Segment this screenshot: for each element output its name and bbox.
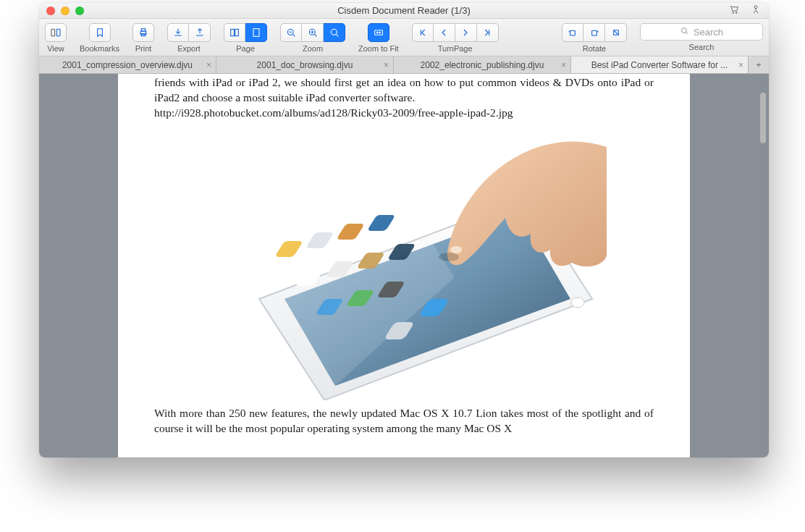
search-input[interactable]: Search — [640, 23, 763, 41]
body-text: friends with iPad or iPad 2, we should f… — [154, 75, 654, 106]
search-icon — [680, 26, 689, 38]
page-single-button[interactable] — [224, 23, 245, 42]
app-window: Cisdem Document Reader (1/3) View — [39, 3, 769, 457]
rotate-left-button[interactable] — [562, 23, 583, 42]
svg-rect-25 — [367, 215, 396, 231]
toolbar: View Bookmarks Print — [39, 19, 769, 56]
window-controls — [39, 7, 84, 15]
turnpage-label: TurnPage — [438, 44, 473, 53]
svg-rect-15 — [570, 30, 576, 35]
svg-rect-22 — [274, 241, 303, 257]
vertical-scrollbar[interactable] — [760, 93, 766, 143]
close-icon[interactable]: × — [561, 61, 566, 69]
ipad-illustration — [201, 125, 607, 400]
cart-icon[interactable] — [728, 4, 740, 18]
svg-point-35 — [571, 297, 584, 308]
zoom-to-fit-label: Zoom to Fit — [358, 44, 399, 53]
minimize-window-button[interactable] — [61, 7, 69, 15]
zoom-marquee-button[interactable] — [324, 23, 345, 42]
next-page-button[interactable] — [455, 23, 477, 42]
new-tab-button[interactable]: + — [749, 56, 769, 73]
export-label: Export — [177, 44, 201, 53]
tab-1[interactable]: 2001_doc_browsing.djvu × — [216, 56, 394, 73]
svg-rect-8 — [231, 29, 235, 35]
document-page: friends with iPad or iPad 2, we should f… — [118, 74, 690, 457]
lock-icon[interactable] — [750, 4, 762, 18]
svg-point-37 — [450, 246, 462, 253]
rotate-label: Rotate — [583, 44, 606, 53]
svg-rect-4 — [56, 29, 60, 35]
prev-page-button[interactable] — [434, 23, 455, 42]
document-viewport: friends with iPad or iPad 2, we should f… — [39, 74, 769, 457]
svg-point-36 — [439, 253, 459, 261]
zoom-to-fit-button[interactable] — [368, 23, 389, 42]
tab-3[interactable]: Best iPad Converter Software for ... × — [571, 56, 749, 73]
tab-label: 2001_doc_browsing.djvu — [257, 60, 353, 70]
zoom-window-button[interactable] — [75, 7, 84, 15]
svg-point-2 — [754, 5, 757, 8]
svg-rect-16 — [591, 30, 597, 35]
tab-0[interactable]: 2001_compression_overview.djvu × — [39, 56, 216, 73]
svg-rect-9 — [235, 29, 239, 35]
zoom-label: Zoom — [303, 44, 323, 53]
close-window-button[interactable] — [46, 7, 55, 15]
window-title: Cisdem Document Reader (1/3) — [39, 5, 769, 16]
bookmarks-label: Bookmarks — [80, 44, 119, 53]
page-continuous-button[interactable] — [245, 23, 267, 42]
view-label: View — [47, 44, 64, 53]
figure-ipad — [154, 125, 654, 400]
export-button-2[interactable] — [189, 23, 211, 42]
close-icon[interactable]: × — [206, 61, 211, 69]
svg-point-0 — [733, 12, 734, 13]
svg-point-1 — [736, 12, 737, 13]
svg-rect-3 — [51, 29, 55, 35]
bookmarks-button[interactable] — [89, 23, 111, 42]
search-placeholder: Search — [694, 27, 723, 38]
tab-label: 2001_compression_overview.djvu — [62, 60, 193, 70]
image-url-text: http://i928.photobucket.com/albums/ad128… — [154, 106, 654, 121]
rotate-180-button[interactable] — [605, 23, 627, 42]
tab-2[interactable]: 2002_electronic_publishing.djvu × — [394, 56, 571, 73]
zoom-out-button[interactable] — [280, 23, 302, 42]
tab-label: 2002_electronic_publishing.djvu — [421, 60, 544, 70]
svg-rect-10 — [253, 29, 259, 37]
tabbar: 2001_compression_overview.djvu × 2001_do… — [39, 56, 769, 74]
export-button-1[interactable] — [167, 23, 189, 42]
rotate-right-button[interactable] — [583, 23, 605, 42]
page-label: Page — [236, 44, 255, 53]
titlebar: Cisdem Document Reader (1/3) — [39, 3, 769, 19]
close-icon[interactable]: × — [384, 61, 389, 69]
tab-label: Best iPad Converter Software for ... — [591, 60, 728, 70]
print-label: Print — [135, 44, 152, 53]
view-button[interactable] — [45, 23, 67, 42]
svg-point-13 — [331, 29, 337, 35]
svg-rect-23 — [305, 232, 334, 248]
svg-rect-6 — [141, 29, 145, 31]
svg-rect-24 — [336, 224, 365, 240]
svg-point-18 — [682, 28, 687, 33]
search-label: Search — [689, 43, 715, 51]
close-icon[interactable]: × — [738, 61, 743, 69]
last-page-button[interactable] — [477, 23, 499, 42]
zoom-in-button[interactable] — [302, 23, 324, 42]
first-page-button[interactable] — [412, 23, 434, 42]
body-text-2: With more than 250 new features, the new… — [154, 406, 654, 436]
print-button[interactable] — [132, 23, 154, 42]
